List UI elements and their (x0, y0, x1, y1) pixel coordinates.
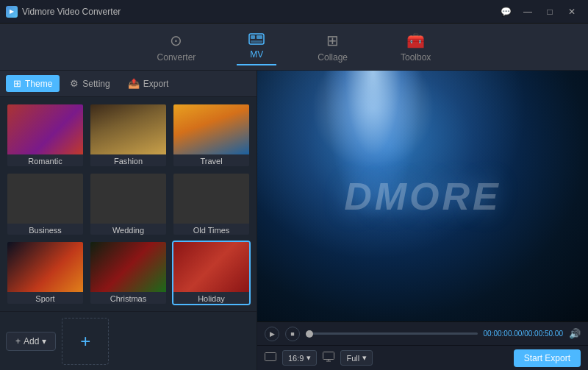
stop-button[interactable]: ■ (285, 327, 300, 341)
theme-thumb-christmas (90, 242, 166, 292)
add-plus-icon: + (15, 336, 21, 346)
theme-label-romantic: Romantic (7, 154, 83, 168)
theme-thumb-wedding (90, 174, 166, 224)
theme-thumb-fashion (90, 104, 166, 154)
right-panel: DMORE ▶ ■ 00:00:00.00/00:00:50.00 🔊 16:9… (257, 71, 588, 370)
title-bar: ▶ Vidmore Video Converter 💬 — □ ✕ (0, 0, 588, 24)
tab-converter[interactable]: ⊙ Converter (146, 27, 208, 67)
subtab-export[interactable]: 📤 Export (121, 75, 176, 92)
converter-icon: ⊙ (170, 32, 182, 49)
progress-dot[interactable] (306, 330, 313, 338)
theme-thumb-romantic (7, 104, 83, 154)
svg-rect-4 (265, 353, 276, 361)
theme-thumb-business (7, 174, 83, 224)
progress-bar[interactable] (306, 332, 478, 335)
svg-rect-3 (251, 40, 262, 43)
app-title: Vidmore Video Converter (22, 7, 495, 17)
theme-thumb-holiday (173, 242, 249, 292)
preview-area: DMORE (257, 71, 588, 321)
theme-item-business[interactable]: Business (6, 172, 85, 237)
tab-mv[interactable]: MV (237, 29, 276, 65)
theme-item-christmas[interactable]: Christmas (89, 241, 168, 305)
maximize-button[interactable]: □ (539, 4, 560, 19)
theme-item-holiday[interactable]: Holiday (172, 241, 251, 305)
subtab-theme[interactable]: ⊞ Theme (6, 75, 60, 92)
app-icon: ▶ (6, 6, 18, 18)
add-button[interactable]: + Add ▾ (6, 332, 56, 351)
theme-item-sport[interactable]: Sport (6, 241, 85, 305)
close-button[interactable]: ✕ (562, 4, 582, 19)
add-media-icon: + (80, 331, 90, 352)
theme-item-fashion[interactable]: Fashion (89, 103, 168, 168)
window-controls: 💬 — □ ✕ (495, 4, 582, 19)
mv-label: MV (250, 49, 263, 60)
theme-label-oldtimes: Old Times (173, 224, 249, 237)
setting-icon: ⚙ (70, 78, 79, 89)
svg-rect-1 (251, 35, 255, 39)
theme-label-wedding: Wedding (90, 224, 166, 237)
add-dropdown-icon: ▾ (42, 336, 46, 346)
add-media-placeholder[interactable]: + (62, 318, 109, 365)
bottom-controls: 16:9 ▾ Full ▾ Start Export (257, 345, 588, 370)
left-panel: ⊞ Theme ⚙ Setting 📤 Export RomanticFashi… (0, 71, 257, 370)
theme-grid: RomanticFashionTravelBusinessWeddingOld … (0, 97, 257, 311)
theme-item-oldtimes[interactable]: Old Times (172, 172, 251, 237)
theme-label-sport: Sport (7, 292, 83, 305)
playback-controls: ▶ ■ 00:00:00.00/00:00:50.00 🔊 (257, 321, 588, 345)
theme-label-fashion: Fashion (90, 154, 166, 168)
ratio-dropdown-icon: ▾ (306, 353, 311, 363)
theme-label-christmas: Christmas (90, 292, 166, 305)
collage-label: Collage (318, 52, 348, 63)
theme-item-wedding[interactable]: Wedding (89, 172, 168, 237)
toolbox-label: Toolbox (401, 52, 431, 63)
theme-icon: ⊞ (13, 78, 21, 89)
preview-logo: DMORE (344, 174, 501, 218)
screen-icon (323, 352, 334, 364)
tab-toolbox[interactable]: 🧰 Toolbox (389, 27, 442, 67)
chat-button[interactable]: 💬 (495, 4, 516, 19)
volume-icon[interactable]: 🔊 (569, 328, 581, 339)
theme-thumb-travel (173, 104, 249, 154)
export-label: Export (143, 79, 169, 89)
tab-collage[interactable]: ⊞ Collage (306, 27, 359, 67)
quality-select[interactable]: Full ▾ (340, 350, 373, 366)
theme-label-travel: Travel (173, 154, 249, 168)
theme-item-romantic[interactable]: Romantic (6, 103, 85, 168)
ratio-value: 16:9 (288, 354, 304, 363)
theme-item-travel[interactable]: Travel (172, 103, 251, 168)
add-label: Add (24, 336, 39, 346)
svg-rect-2 (257, 35, 262, 39)
add-section: + Add ▾ + (0, 311, 257, 370)
mv-icon (248, 33, 265, 46)
nav-tabs: ⊙ Converter MV ⊞ Collage 🧰 Toolbox (0, 24, 588, 71)
aspect-ratio-icon (265, 352, 276, 363)
minimize-button[interactable]: — (517, 4, 538, 19)
svg-rect-5 (323, 352, 334, 360)
quality-dropdown-icon: ▾ (362, 353, 367, 363)
export-icon: 📤 (128, 78, 140, 89)
ratio-select[interactable]: 16:9 ▾ (282, 350, 317, 366)
subtab-setting[interactable]: ⚙ Setting (62, 75, 117, 92)
quality-value: Full (346, 354, 359, 363)
setting-label: Setting (82, 79, 110, 89)
collage-icon: ⊞ (326, 32, 339, 49)
toolbox-icon: 🧰 (406, 32, 425, 49)
time-display: 00:00:00.00/00:00:50.00 (484, 330, 563, 338)
theme-label-holiday: Holiday (173, 292, 249, 305)
sub-tabs: ⊞ Theme ⚙ Setting 📤 Export (0, 71, 257, 97)
theme-thumb-oldtimes (173, 174, 249, 224)
converter-label: Converter (157, 52, 196, 63)
start-export-button[interactable]: Start Export (514, 349, 581, 367)
theme-thumb-sport (7, 242, 83, 292)
theme-label: Theme (25, 79, 52, 89)
play-button[interactable]: ▶ (265, 327, 279, 341)
main-content: ⊞ Theme ⚙ Setting 📤 Export RomanticFashi… (0, 71, 588, 370)
theme-label-business: Business (7, 224, 83, 237)
